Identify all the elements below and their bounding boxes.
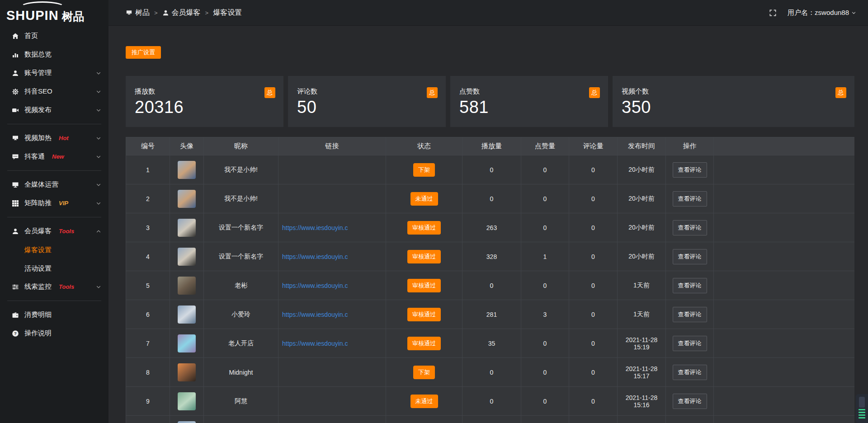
sidebar-divider [7,170,101,171]
breadcrumb-item-会员爆客[interactable]: 会员爆客 [162,8,201,18]
column-header-头像: 头像 [170,137,204,155]
sidebar-item-抖音SEO[interactable]: 抖音SEO [0,82,108,101]
stat-label: 视频个数 [622,87,845,96]
stats-row: 播放数总20316评论数总50点赞数总581视频个数总350 [126,76,854,127]
video-link[interactable]: https://www.iesdouyin.c [282,311,348,318]
sliders-icon [12,283,19,291]
sidebar-item-账号管理[interactable]: 账号管理 [0,64,108,82]
stat-value: 20316 [135,98,274,117]
view-comments-button[interactable]: 查看评论 [673,336,707,351]
sidebar-item-线索监控[interactable]: 线索监控Tools [0,277,108,296]
chevron-down-icon [96,70,101,76]
user-icon [12,70,19,77]
chevron-down-icon [96,201,101,206]
cell-plays: 328 [462,242,521,271]
sidebar-item-消费明细[interactable]: 消费明细 [0,306,108,324]
cell-avatar [170,387,204,416]
video-link[interactable]: https://www.iesdouyin.c [282,224,348,231]
cell-plays: 281 [462,300,521,329]
topbar: 树品>会员爆客>爆客设置 用户名：zswodun88 [108,0,868,26]
cell-comments: 0 [569,155,618,184]
sidebar-item-label: 消费明细 [24,310,52,319]
cell-status: 审核通过 [386,213,462,242]
gear-icon [12,88,19,95]
sidebar-item-视频加热[interactable]: 视频加热Hot [0,129,108,147]
view-comments-button[interactable]: 查看评论 [673,249,707,264]
video-link[interactable]: https://www.iesdouyin.c [282,340,348,347]
help-icon: ? [12,330,19,337]
cell-likes: 0 [521,387,569,416]
view-comments-button[interactable]: 查看评论 [673,394,707,409]
breadcrumb-item-爆客设置[interactable]: 爆客设置 [213,8,242,18]
stat-card-点赞数: 点赞数总581 [450,76,608,127]
video-link[interactable]: https://www.iesdouyin.c [282,282,348,289]
sidebar-item-label: 抖音SEO [24,87,52,96]
sidebar-item-会员爆客[interactable]: 会员爆客Tools [0,222,108,240]
cell-comments: 0 [569,213,618,242]
chevron-down-icon [96,284,101,290]
wallet-icon [12,311,19,319]
chevron-down-icon [96,70,101,76]
svg-text:?: ? [14,331,17,336]
sidebar-item-首页[interactable]: 首页 [0,27,108,45]
home-icon [12,33,19,40]
cell-id: 4 [126,242,170,271]
sidebar-subitem-活动设置[interactable]: 活动设置 [0,259,108,277]
member-icon [12,228,19,235]
avatar-sunset-rocks-photo [178,363,196,381]
sidebar-item-矩阵助推[interactable]: 矩阵助推VIP [0,194,108,212]
cell-avatar [170,213,204,242]
cell-comments: 0 [569,300,618,329]
view-comments-button[interactable]: 查看评论 [673,220,707,235]
cell-comments: 0 [569,329,618,358]
cell-link [278,184,386,213]
monitor-icon [12,181,19,188]
stat-label: 播放数 [135,87,274,96]
sidebar-item-label: 抖客通 [24,152,45,161]
chevron-down-icon [96,182,101,188]
cell-nickname: 老彬 [204,271,278,300]
breadcrumb-item-树品[interactable]: 树品 [126,8,150,18]
view-comments-button[interactable]: 查看评论 [673,365,707,380]
cell-action: 查看评论 [666,387,714,416]
cell-avatar [170,271,204,300]
sidebar-item-抖客通[interactable]: 抖客通New [0,147,108,166]
fullscreen-icon[interactable] [769,9,777,17]
avatar-man-photo [178,277,196,295]
cell-filler [714,213,855,242]
view-comments-button[interactable]: 查看评论 [673,278,707,293]
table-row: 8Midnight下架0002021-11-28 15:17查看评论 [126,358,855,387]
cell-status [386,416,462,423]
fullscreen-icon [769,9,777,17]
grid-icon [12,200,19,207]
sliders-icon [12,283,19,291]
widget-stripe [859,414,865,416]
widget-stripe [859,417,865,418]
sidebar-item-全媒体运营[interactable]: 全媒体运营 [0,175,108,194]
floating-widget[interactable] [856,394,868,423]
view-comments-button[interactable]: 查看评论 [673,307,707,322]
cell-comments: 0 [569,271,618,300]
sidebar-item-视频发布[interactable]: 视频发布 [0,101,108,119]
sidebar-divider [7,301,101,301]
breadcrumb: 树品>会员爆客>爆客设置 [126,8,242,18]
view-comments-button[interactable]: 查看评论 [673,191,707,207]
cell-nickname: Midnight [204,358,278,387]
sidebar-item-操作说明[interactable]: ?操作说明 [0,324,108,343]
view-comments-button[interactable]: 查看评论 [673,162,707,178]
cell-avatar [170,358,204,387]
cell-filler [714,155,855,184]
sidebar-menu: 首页数据总览账号管理抖音SEO视频发布视频加热Hot抖客通New全媒体运营矩阵助… [0,26,108,343]
logo-arc [20,1,65,13]
cell-time: 1天前 [618,271,666,300]
table-row: 7老人开店https://www.iesdouyin.c审核通过35002021… [126,329,855,358]
sidebar-item-数据总览[interactable]: 数据总览 [0,45,108,64]
sidebar-subitem-爆客设置[interactable]: 爆客设置 [0,240,108,259]
stat-label: 点赞数 [459,87,599,96]
member-icon [12,228,19,235]
user-icon [162,9,169,16]
video-link[interactable]: https://www.iesdouyin.c [282,253,348,260]
promo-settings-button[interactable]: 推广设置 [126,46,161,59]
user-menu[interactable]: 用户名：zswodun88 [788,9,856,17]
table-row: 2我不是小帅!未通过00020小时前查看评论 [126,184,855,213]
